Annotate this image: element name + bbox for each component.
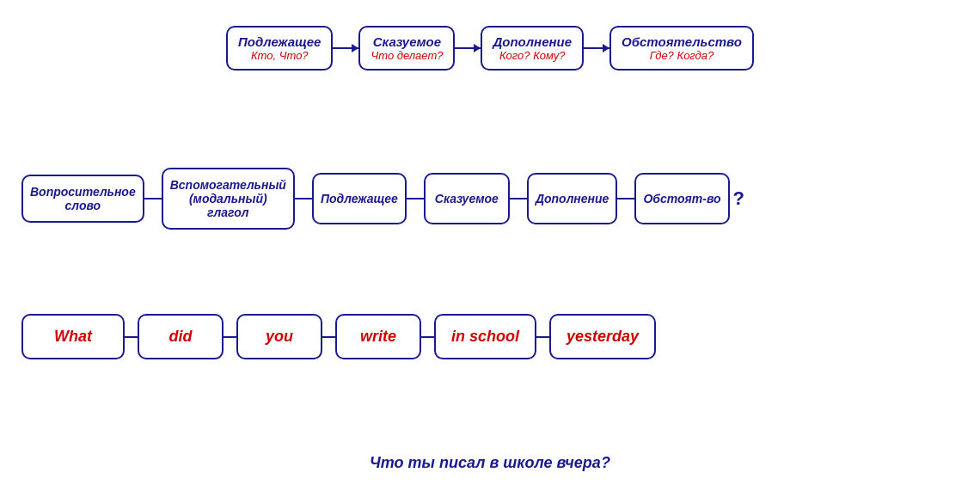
connector-3	[584, 47, 609, 49]
word-text-you: you	[266, 328, 293, 345]
word-you: you	[236, 314, 322, 359]
row2-title-6: Обстоят-во	[643, 192, 720, 206]
box-subtitle-3: Кого? Кому?	[493, 49, 572, 62]
row3-words: What did you write in school yester	[21, 314, 971, 359]
word-what: What	[21, 314, 125, 359]
dash-w-4	[421, 336, 434, 338]
box-subtitle-2: Что делает?	[371, 49, 443, 62]
word-text-inschool: in school	[451, 328, 519, 345]
box-title-4: Обстоятельство	[622, 34, 742, 49]
box-skazuemoe: Сказуемое Что делает?	[358, 26, 455, 71]
word-text-what: What	[54, 328, 92, 345]
box-title-1: Подлежащее	[238, 34, 321, 49]
dash-w-5	[536, 336, 549, 338]
box-subtitle-4: Где? Когда?	[622, 49, 742, 62]
row2-boxes: Вопросительное слово Вспомогательный (мо…	[21, 168, 971, 230]
box-skazuemoe2: Сказуемое	[424, 173, 510, 224]
box-dopolnenie: Дополнение Кого? Кому?	[481, 26, 584, 71]
diagram-container: Подлежащее Кто, Что? Сказуемое Что делае…	[0, 0, 980, 491]
row2-title-1: Вопросительное слово	[30, 185, 136, 212]
word-text-did: did	[169, 328, 193, 345]
dash-w-1	[125, 336, 138, 338]
box-podlezh2: Подлежащее	[312, 173, 407, 224]
box-obstoyatelstvo: Обстоятельство Где? Когда?	[609, 26, 754, 71]
row1-boxes: Подлежащее Кто, Что? Сказуемое Что делае…	[0, 26, 980, 71]
connector-2	[455, 47, 481, 49]
box-voproslovo: Вопросительное слово	[21, 175, 144, 223]
row2-title-4: Сказуемое	[432, 192, 501, 206]
row2-title-3: Подлежащее	[321, 192, 398, 206]
dash-w-2	[224, 336, 236, 338]
box-podlezhaschee: Подлежащее Кто, Что?	[226, 26, 333, 71]
dash-w-3	[322, 336, 335, 338]
connector-1	[333, 47, 358, 49]
word-inschool: in school	[434, 314, 536, 359]
dash-r2-4	[510, 198, 527, 199]
translation-text: Что ты писал в школе вчера?	[0, 454, 980, 472]
word-text-yesterday: yesterday	[567, 328, 639, 345]
box-obstoyatvo: Обстоят-во	[634, 173, 729, 224]
dash-r2-1	[144, 198, 162, 199]
word-write: write	[335, 314, 421, 359]
box-title-2: Сказуемое	[371, 34, 443, 49]
box-subtitle-1: Кто, Что?	[238, 49, 321, 62]
dash-r2-5	[617, 198, 634, 199]
word-yesterday: yesterday	[549, 314, 656, 359]
row2-title-5: Дополнение	[536, 192, 609, 206]
box-title-3: Дополнение	[493, 34, 572, 49]
row2-title-2: Вспомогательный (модальный) глагол	[170, 178, 286, 219]
box-dopolnenie2: Дополнение	[527, 173, 618, 224]
question-mark: ?	[733, 187, 744, 210]
box-vspomogl: Вспомогательный (модальный) глагол	[162, 168, 295, 230]
word-text-write: write	[360, 328, 396, 345]
word-did: did	[138, 314, 224, 359]
dash-r2-2	[295, 198, 312, 199]
dash-r2-3	[407, 198, 424, 199]
